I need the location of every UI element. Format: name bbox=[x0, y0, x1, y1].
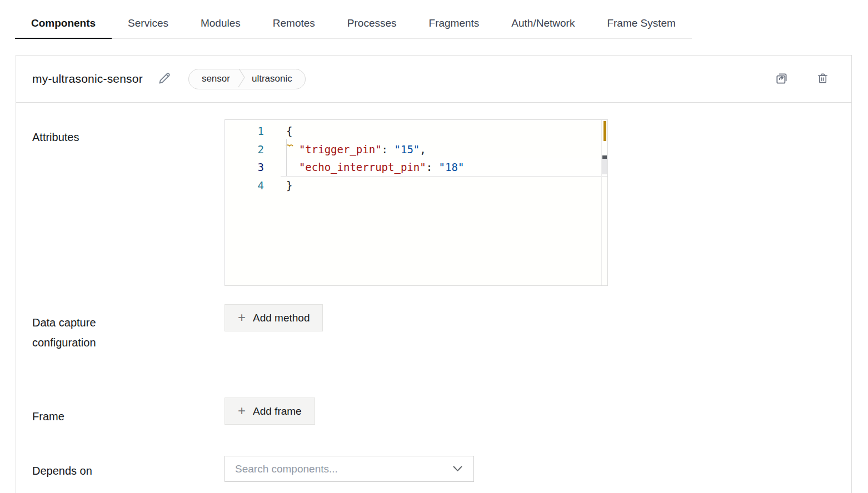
tab-fragments[interactable]: Fragments bbox=[413, 0, 496, 38]
pencil-icon bbox=[157, 71, 172, 87]
frame-row: Frame + Add frame bbox=[16, 398, 851, 426]
warning-squiggle-icon bbox=[286, 137, 293, 149]
badge-model: ultrasonic bbox=[245, 73, 305, 84]
tab-components[interactable]: Components bbox=[15, 0, 112, 38]
editor-scrollbar-track bbox=[601, 120, 602, 285]
component-card-body: Attributes 1234 { "trigger_pin": "15", "… bbox=[16, 103, 851, 493]
code-line[interactable]: "echo_interrupt_pin": "18" bbox=[281, 158, 607, 177]
editor-code[interactable]: { "trigger_pin": "15", "echo_interrupt_p… bbox=[281, 122, 607, 194]
code-line[interactable]: { bbox=[281, 122, 607, 140]
tab-bar-wrap: ComponentsServicesModulesRemotesProcesse… bbox=[0, 0, 868, 39]
attributes-json-editor[interactable]: 1234 { "trigger_pin": "15", "echo_interr… bbox=[225, 119, 608, 286]
add-method-button[interactable]: + Add method bbox=[225, 304, 323, 331]
overview-ruler-warning-marker bbox=[603, 121, 606, 141]
delete-component-button[interactable] bbox=[816, 72, 829, 87]
component-card-header: my-ultrasonic-sensor sensor ultrasonic bbox=[16, 56, 851, 103]
line-number: 3 bbox=[225, 158, 281, 177]
attributes-row: Attributes 1234 { "trigger_pin": "15", "… bbox=[16, 119, 851, 286]
component-name: my-ultrasonic-sensor bbox=[32, 72, 143, 85]
component-type-badge: sensor ultrasonic bbox=[188, 69, 306, 89]
line-number: 4 bbox=[225, 177, 281, 195]
badge-divider-chevron-icon bbox=[238, 69, 245, 89]
depends-on-row: Depends on Search components... bbox=[16, 456, 851, 482]
line-number: 2 bbox=[225, 140, 281, 159]
tab-remotes[interactable]: Remotes bbox=[257, 0, 331, 38]
add-frame-button[interactable]: + Add frame bbox=[225, 398, 315, 425]
tab-modules[interactable]: Modules bbox=[184, 0, 257, 38]
tab-services[interactable]: Services bbox=[112, 0, 184, 38]
data-capture-label: Data capture configuration bbox=[32, 304, 225, 353]
attributes-label: Attributes bbox=[32, 119, 225, 286]
scrollbar-slider[interactable] bbox=[602, 159, 607, 174]
chevron-down-icon bbox=[453, 464, 462, 474]
tab-auth-network[interactable]: Auth/Network bbox=[495, 0, 591, 38]
editor-indent-guide bbox=[286, 139, 287, 176]
trash-icon bbox=[816, 72, 829, 87]
rename-component-button[interactable] bbox=[157, 71, 172, 87]
plus-icon: + bbox=[238, 404, 246, 417]
data-capture-row: Data capture configuration + Add method bbox=[16, 304, 851, 353]
duplicate-component-button[interactable] bbox=[775, 71, 789, 87]
depends-on-placeholder: Search components... bbox=[235, 463, 453, 475]
line-number: 1 bbox=[225, 122, 281, 140]
code-line[interactable]: "trigger_pin": "15", bbox=[281, 140, 607, 159]
frame-label: Frame bbox=[32, 398, 225, 426]
tab-frame-system[interactable]: Frame System bbox=[591, 0, 692, 38]
component-card: my-ultrasonic-sensor sensor ultrasonic bbox=[16, 55, 852, 493]
editor-line-numbers: 1234 bbox=[225, 122, 281, 194]
code-line[interactable]: } bbox=[281, 177, 607, 195]
tab-processes[interactable]: Processes bbox=[331, 0, 413, 38]
duplicate-icon bbox=[775, 71, 789, 87]
plus-icon: + bbox=[238, 311, 246, 324]
depends-on-select[interactable]: Search components... bbox=[225, 456, 474, 482]
depends-on-label: Depends on bbox=[32, 456, 225, 482]
badge-type: sensor bbox=[189, 73, 238, 84]
tab-bar: ComponentsServicesModulesRemotesProcesse… bbox=[15, 0, 692, 39]
